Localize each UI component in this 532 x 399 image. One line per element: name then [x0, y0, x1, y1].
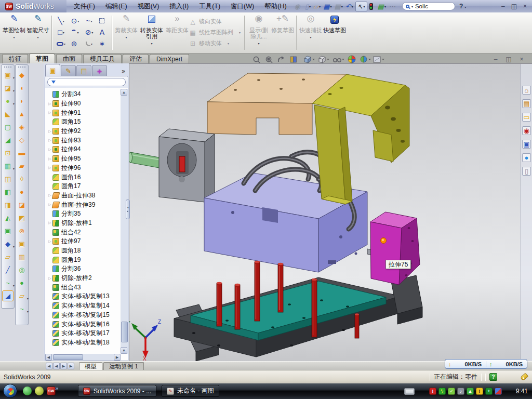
feature-tree-item[interactable]: ▷ 切除-放样1	[47, 219, 120, 228]
apply-scene-icon[interactable]	[361, 56, 371, 62]
propertymanager-tab[interactable]: ✎	[61, 65, 76, 76]
feature-tree-item[interactable]: ▷ 实体-移动/复制18	[47, 338, 120, 348]
revolved-surface-icon[interactable]: ◖ ▾	[16, 83, 28, 94]
minimize-button[interactable]: –	[501, 3, 505, 10]
panel-chevron-icon[interactable]: »	[122, 68, 128, 76]
expand-arrow-icon[interactable]: ▷	[47, 129, 52, 134]
rebuild-icon[interactable]: ▾	[369, 2, 376, 11]
offset-entities-button[interactable]: » 等距实体	[165, 14, 189, 33]
feature-tree-item[interactable]: ▷ 拉伸97	[47, 237, 120, 246]
quicklaunch-app-icon[interactable]	[35, 387, 44, 395]
language-keyboard-icon[interactable]	[404, 388, 415, 395]
linear-sketch-pattern-button[interactable]: ▦ 线性草图阵列 ▾	[189, 27, 243, 38]
scroll-right-button[interactable]: ▶	[114, 354, 121, 361]
feature-tree-item[interactable]: ▷ 组合43	[47, 283, 120, 292]
menu-item[interactable]: 编辑(E)	[105, 2, 127, 11]
menu-item[interactable]: 插入(I)	[169, 2, 189, 11]
menu-item[interactable]: 视图(V)	[138, 2, 159, 11]
slot-tool-icon[interactable]: ▾	[54, 38, 68, 49]
graphics-viewport[interactable]: Y Z X ⌂▤▭◉▣●▯	[129, 63, 532, 361]
selection-box-icon[interactable]: ▾	[96, 15, 110, 26]
freeform-icon[interactable]: ◎ ▾	[16, 264, 28, 275]
tab-evaluate[interactable]: 评估	[123, 54, 149, 63]
rib-icon[interactable]: ◧ ▾	[2, 187, 14, 197]
spline-tool-icon[interactable]: ~ ▾	[82, 15, 96, 26]
tray-warning-icon[interactable]: !	[476, 388, 483, 395]
ruled-surface-icon[interactable]: ◊ ▾	[16, 174, 28, 184]
smart-dimension-button[interactable]: ✎ 智能尺寸▾	[26, 14, 50, 41]
tray-shield-plus-icon[interactable]: +	[485, 388, 493, 395]
feature-tree-item[interactable]: ▷ 分割34	[47, 90, 120, 99]
text-tool-icon[interactable]: A ▾	[96, 26, 110, 38]
feature-tree-item[interactable]: ▷ 实体-移动/复制16	[47, 320, 120, 329]
instant3d-icon[interactable]: ◢ ▾	[2, 290, 14, 301]
quicklaunch-messenger-icon[interactable]	[23, 387, 32, 395]
help-button[interactable]: ?▾	[459, 3, 466, 10]
tab-nav-button[interactable]: ▶	[60, 363, 67, 369]
custom-properties-icon[interactable]: ▯	[522, 167, 531, 176]
move-copy-body-icon[interactable]: ◆ ▾	[2, 238, 14, 249]
menu-item[interactable]: 工具(T)	[199, 2, 220, 11]
task-paint[interactable]: ✎ 未命名 - 画图	[162, 385, 219, 397]
mirror-icon[interactable]: ◫ ▾	[2, 174, 14, 184]
task-solidworks[interactable]: SW SolidWorks 2009 - ...	[78, 385, 156, 397]
delete-face-icon[interactable]: ⊗ ▾	[16, 225, 28, 236]
wrap-icon[interactable]: ◨ ▾	[2, 200, 14, 210]
feature-tree-item[interactable]: ▷ 拉伸91	[47, 108, 120, 117]
model-cavity-block[interactable]	[129, 129, 215, 202]
repair-sketch-button[interactable]: +✎ 修复草图	[271, 14, 295, 33]
feature-tree-item[interactable]: ▷ 分割36	[47, 264, 120, 274]
doc-restore-button[interactable]: ◫	[504, 56, 513, 63]
feature-tree-item[interactable]: ▷ 拉伸93	[47, 136, 120, 145]
dimxpertmanager-tab[interactable]: ◈	[92, 65, 107, 76]
quick-snaps-button[interactable]: ◎ 快速捕捉▾	[299, 14, 323, 41]
file-explorer-icon[interactable]: ▭	[522, 113, 531, 122]
scrollbar-thumb[interactable]	[121, 322, 128, 342]
view-palette-icon[interactable]: ▣	[522, 140, 531, 149]
feature-tree-item[interactable]: ▷ 圆角15	[47, 117, 120, 127]
sketch-button[interactable]: ✎ 草图绘制▾	[2, 14, 26, 41]
expand-arrow-icon[interactable]: ▷	[47, 166, 52, 170]
quicklaunch-solidworks-icon[interactable]: SW	[47, 387, 56, 395]
menu-item[interactable]: 帮助(H)	[264, 2, 286, 11]
menu-item[interactable]: 窗口(W)	[231, 2, 254, 11]
expand-arrow-icon[interactable]: ▷	[47, 102, 52, 106]
print-icon[interactable]: ▤ ▾	[334, 2, 343, 11]
feature-tree-item[interactable]: ▷ 曲面-拉伸38	[47, 191, 120, 201]
search-results-icon[interactable]: ◉	[522, 126, 531, 135]
planar-surface-icon[interactable]: ▬ ▾	[16, 148, 28, 158]
model-clamp-plate[interactable]	[312, 74, 409, 204]
reference-plane-icon[interactable]: ▱ ▾	[2, 251, 14, 262]
hide-show-items-icon[interactable]	[334, 59, 344, 62]
tray-speaker-icon[interactable]: ♪	[457, 388, 464, 395]
home-icon[interactable]: ⌂	[522, 86, 531, 95]
quick-launch-chevron-icon[interactable]: »	[55, 385, 58, 391]
featuremanager-tab[interactable]: ▣	[45, 64, 60, 76]
dome-icon[interactable]: ● ▾	[16, 277, 28, 288]
scroll-down-button[interactable]: ▼	[121, 347, 127, 354]
scroll-up-button[interactable]: ▲	[121, 89, 127, 96]
feature-tree-item[interactable]: ▷ 拉伸94	[47, 145, 120, 154]
expand-arrow-icon[interactable]: ▷	[47, 276, 52, 281]
scrollbar-thumb[interactable]	[53, 354, 83, 360]
3d-model-canvas[interactable]: Y Z X	[129, 64, 532, 362]
hole-wizard-icon[interactable]: ⊡ ▾	[2, 148, 14, 158]
tray-antivirus-icon[interactable]: !	[429, 388, 436, 395]
lofted-surface-icon[interactable]: ▲ ▾	[16, 109, 28, 119]
configurationmanager-tab[interactable]: ▤	[76, 65, 91, 76]
doc-minimize-button[interactable]: –	[491, 56, 500, 63]
section-view-icon[interactable]	[290, 57, 297, 62]
shell-icon[interactable]: ▢ ▾	[2, 122, 14, 132]
ellipse-tool-icon[interactable]: ⊘ ▾	[82, 26, 96, 38]
tab-dimxpert[interactable]: DimXpert	[150, 54, 189, 63]
undo-icon[interactable]: ↶ ▾	[345, 2, 354, 11]
display-style-icon[interactable]	[319, 56, 329, 63]
expand-arrow-icon[interactable]: ▷	[47, 157, 52, 161]
feature-tree-item[interactable]: ▷ 拉伸92	[47, 127, 120, 136]
move-entities-button[interactable]: ⊞ 移动实体 ▾	[189, 38, 243, 49]
zoom-fit-icon[interactable]	[254, 57, 260, 63]
network-speed-widget[interactable]: ↓0KB/S ↑0KB/S	[445, 359, 527, 369]
model-insert-block[interactable]	[370, 212, 420, 285]
curve-icon[interactable]: ~ ▾	[2, 277, 14, 288]
start-button[interactable]	[3, 384, 17, 398]
